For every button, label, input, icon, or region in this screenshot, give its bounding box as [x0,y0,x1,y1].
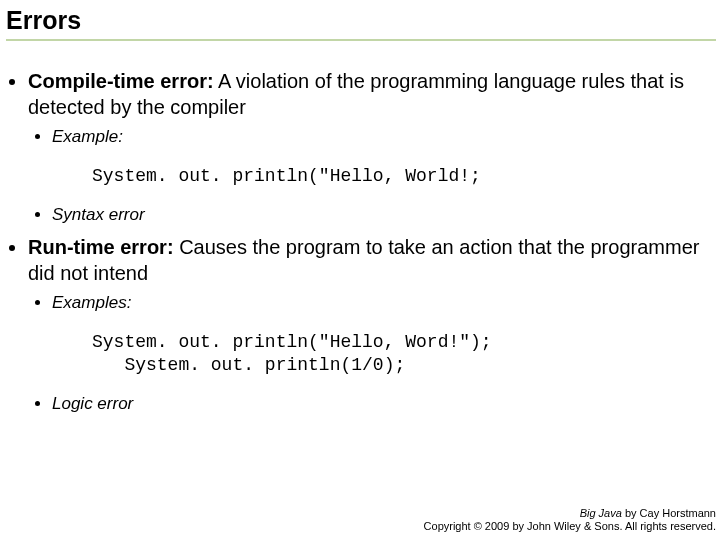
term-compile-time: Compile-time error: [28,70,214,92]
bullet-run-time: Run-time error: Causes the program to ta… [28,235,700,416]
note-runtime: Logic error [52,393,700,416]
note-compile: Syntax error [52,204,700,227]
footer: Big Java by Cay Horstmann Copyright © 20… [424,507,716,535]
title-area: Errors [0,0,720,41]
footer-book: Big Java [580,507,622,519]
sublist-runtime: Examples: [28,292,700,315]
example-label-compile: Example: [52,126,700,149]
bullet-compile-time: Compile-time error: A violation of the p… [28,69,700,227]
bullet-list: Compile-time error: A violation of the p… [0,69,720,416]
sublist-runtime-note: Logic error [28,393,700,416]
slide-title: Errors [6,6,720,39]
code-runtime: System. out. println("Hello, Word!"); Sy… [28,321,700,387]
footer-line1: Big Java by Cay Horstmann [424,507,716,521]
slide: Errors Compile-time error: A violation o… [0,0,720,540]
term-run-time: Run-time error: [28,236,174,258]
footer-copyright: Copyright © 2009 by John Wiley & Sons. A… [424,520,716,534]
examples-label-runtime: Examples: [52,292,700,315]
sublist-compile-note: Syntax error [28,204,700,227]
footer-author: by Cay Horstmann [622,507,716,519]
sublist-compile: Example: [28,126,700,149]
title-spacer [0,41,720,69]
code-compile: System. out. println("Hello, World!; [28,155,700,198]
